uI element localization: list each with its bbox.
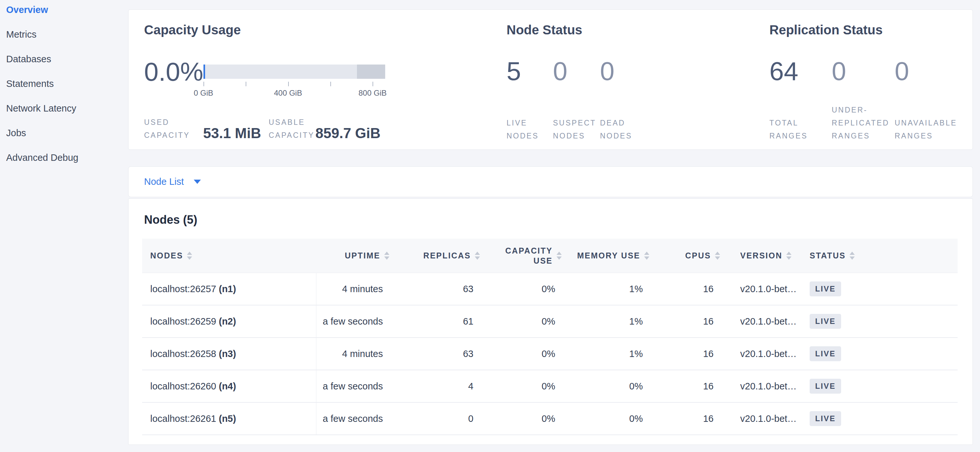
unavailable-ranges-label: UNAVAILABLE RANGES — [895, 116, 969, 142]
node-status-section: Node Status 5LIVE NODES0SUSPECT NODES0DE… — [507, 10, 763, 149]
unavailable-ranges-stat: 0UNAVAILABLE RANGES — [895, 59, 969, 142]
cell-replicas: 0 — [393, 402, 483, 435]
column-header-nodes[interactable]: NODES — [142, 239, 316, 273]
cell-cpus: 16 — [652, 305, 723, 338]
sort-arrows-icon[interactable] — [644, 252, 649, 260]
column-label-nodes: NODES — [150, 251, 183, 260]
capacity-used-percent: 0.0% — [144, 59, 203, 85]
table-row: localhost:26260 (n4)a few seconds40%0%16… — [142, 370, 958, 402]
total-ranges-label: TOTAL RANGES — [769, 116, 832, 142]
node-status-title: Node Status — [507, 23, 582, 37]
sort-up-icon — [475, 252, 480, 255]
sort-arrows-icon[interactable] — [557, 252, 562, 260]
node-id: (n5) — [219, 414, 236, 424]
cell-nodes: localhost:26258 (n3) — [142, 338, 316, 370]
column-label-status: STATUS — [810, 251, 846, 260]
column-header-status[interactable]: STATUS — [802, 239, 958, 273]
cell-status: LIVE — [802, 273, 958, 305]
sort-arrows-icon[interactable] — [475, 252, 480, 260]
sort-down-icon — [187, 257, 192, 260]
nodes-table: NODESUPTIMEREPLICASCAPACITY USEMEMORY US… — [142, 239, 958, 435]
status-badge: LIVE — [810, 281, 841, 297]
sidebar-nav-list: OverviewMetricsDatabasesStatementsNetwor… — [0, 0, 128, 170]
sort-up-icon — [644, 252, 649, 255]
table-body: localhost:26257 (n1)4 minutes630%1%16v20… — [142, 273, 958, 435]
node-address-link[interactable]: localhost:26258 (n3) — [150, 349, 236, 359]
replication-status-stats: 64TOTAL RANGES0UNDER-REPLICATED RANGES0U… — [769, 59, 969, 142]
sort-arrows-icon[interactable] — [715, 252, 720, 260]
table-header-row: NODESUPTIMEREPLICASCAPACITY USEMEMORY US… — [142, 239, 958, 273]
cell-status: LIVE — [802, 338, 958, 370]
column-header-capacity_use[interactable]: CAPACITY USE — [483, 239, 565, 273]
column-label-replicas: REPLICAS — [423, 251, 471, 260]
sidebar-item-statements[interactable]: Statements — [0, 71, 128, 96]
sidebar-item-overview[interactable]: Overview — [0, 0, 128, 22]
status-badge: LIVE — [810, 346, 841, 361]
node-id: (n1) — [219, 284, 236, 294]
column-header-memory_use[interactable]: MEMORY USE — [565, 239, 652, 273]
cell-memory_use: 0% — [565, 370, 652, 402]
sidebar-item-network-latency[interactable]: Network Latency — [0, 96, 128, 121]
cell-replicas: 4 — [393, 370, 483, 402]
sidebar-item-jobs[interactable]: Jobs — [0, 121, 128, 145]
nodes-section-title: Nodes (5) — [144, 213, 197, 227]
usable-capacity-value: 859.7 GiB — [315, 125, 381, 141]
cell-memory_use: 1% — [565, 273, 652, 305]
cell-nodes: localhost:26261 (n5) — [142, 402, 316, 435]
table-row: localhost:26261 (n5)a few seconds00%0%16… — [142, 402, 958, 435]
axis-tick — [204, 82, 204, 86]
suspect-nodes-value: 0 — [553, 59, 600, 84]
sort-up-icon — [187, 252, 192, 255]
sort-down-icon — [786, 257, 791, 260]
capacity-usage-title: Capacity Usage — [144, 23, 241, 37]
cell-version: v20.1.0-bet… — [723, 305, 802, 338]
node-address-link[interactable]: localhost:26260 (n4) — [150, 381, 236, 392]
sidebar-item-databases[interactable]: Databases — [0, 47, 128, 71]
cell-nodes: localhost:26257 (n1) — [142, 273, 316, 305]
replication-status-title: Replication Status — [769, 23, 883, 37]
column-header-uptime[interactable]: UPTIME — [316, 239, 393, 273]
cell-cpus: 16 — [652, 370, 723, 402]
capacity-bar-segment — [204, 65, 357, 79]
sort-up-icon — [384, 252, 390, 255]
node-address-link[interactable]: localhost:26257 (n1) — [150, 284, 236, 294]
cell-version: v20.1.0-bet… — [723, 338, 802, 370]
column-header-cpus[interactable]: CPUS — [652, 239, 723, 273]
column-header-version[interactable]: VERSION — [723, 239, 802, 273]
sidebar-item-metrics[interactable]: Metrics — [0, 22, 128, 47]
node-list-dropdown[interactable]: Node List — [128, 167, 973, 197]
sort-arrows-icon[interactable] — [850, 252, 855, 260]
cell-memory_use: 0% — [565, 402, 652, 435]
live-nodes-label: LIVE NODES — [507, 116, 553, 142]
under-replicated-ranges-value: 0 — [832, 59, 895, 84]
axis-tick-label: 800 GiB — [359, 89, 387, 98]
node-list-label: Node List — [144, 176, 184, 187]
sort-down-icon — [850, 257, 855, 260]
cell-nodes: localhost:26260 (n4) — [142, 370, 316, 402]
cell-capacity_use: 0% — [483, 273, 565, 305]
capacity-usage-bar-chart: 0 GiB400 GiB800 GiB — [204, 65, 385, 107]
sort-arrows-icon[interactable] — [384, 252, 390, 260]
cell-version: v20.1.0-bet… — [723, 273, 802, 305]
cell-status: LIVE — [802, 402, 958, 435]
used-capacity-value: 53.1 MiB — [203, 125, 261, 141]
used-capacity-marker — [204, 65, 205, 79]
table-row: localhost:26258 (n3)4 minutes630%1%16v20… — [142, 338, 958, 370]
node-id: (n3) — [219, 349, 236, 359]
sort-arrows-icon[interactable] — [786, 252, 791, 260]
node-id: (n2) — [219, 316, 236, 327]
chevron-down-icon — [194, 180, 201, 184]
axis-tick-label: 400 GiB — [274, 89, 302, 98]
node-address-link[interactable]: localhost:26259 (n2) — [150, 316, 236, 327]
sort-up-icon — [850, 252, 855, 255]
node-id: (n4) — [219, 381, 236, 392]
node-address-link[interactable]: localhost:26261 (n5) — [150, 414, 236, 424]
replication-status-section: Replication Status 64TOTAL RANGES0UNDER-… — [769, 10, 970, 149]
column-header-replicas[interactable]: REPLICAS — [393, 239, 483, 273]
sort-arrows-icon[interactable] — [187, 252, 192, 260]
sidebar-item-advanced-debug[interactable]: Advanced Debug — [0, 145, 128, 170]
main-content: Capacity Usage 0.0% 0 GiB400 GiB800 GiB … — [128, 0, 973, 452]
under-replicated-ranges-label: UNDER-REPLICATED RANGES — [832, 103, 895, 142]
node-status-stats: 5LIVE NODES0SUSPECT NODES0DEAD NODES — [507, 59, 652, 142]
capacity-bar-segment — [357, 65, 385, 79]
